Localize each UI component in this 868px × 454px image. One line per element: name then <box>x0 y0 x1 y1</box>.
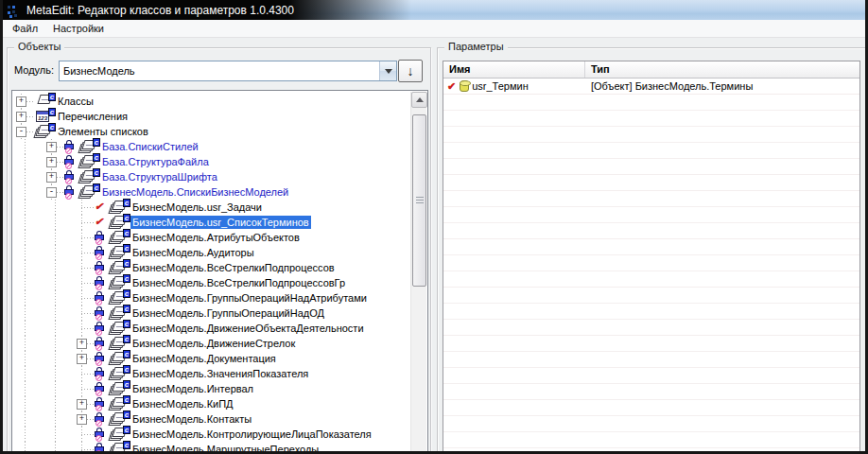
tree-item[interactable]: +123cПеречисления <box>13 109 410 124</box>
combobox-dropdown-button[interactable] <box>379 61 396 80</box>
tree-item[interactable]: +cБизнесМодель.Документация <box>13 351 410 366</box>
class-badge-icon: c <box>123 320 130 328</box>
tree-item[interactable]: cБизнесМодель.ДвижениеОбъектаДеятельност… <box>13 321 410 336</box>
down-arrow-icon: ↓ <box>408 63 414 79</box>
tree-item[interactable]: +cБаза.СтруктураШрифта <box>13 169 410 184</box>
tree-indent-guide <box>43 366 74 381</box>
list-items-icon: c <box>109 427 130 442</box>
menu-file[interactable]: Файл <box>5 21 45 36</box>
tree-item[interactable]: cБизнесМодель.ВсеСтрелкиПодпроцессов <box>13 260 410 275</box>
expand-icon[interactable]: + <box>16 112 26 122</box>
class-tree[interactable]: +cКлассы+123cПеречисления-cЭлементы спис… <box>11 90 428 454</box>
module-load-button[interactable]: ↓ <box>398 60 423 82</box>
parameters-groupbox: Параметры Имя Тип ✔usr_Термин[Объект] Би… <box>437 47 867 454</box>
menu-settings[interactable]: Настройки <box>45 21 112 36</box>
tree-item[interactable]: +cБизнесМодель.Контакты <box>13 411 410 427</box>
tree-indent-guide <box>13 230 43 245</box>
lock-protected-icon <box>95 290 109 306</box>
tree-item[interactable]: cБизнесМодель.Аудиторы <box>13 245 410 260</box>
tree-indent-guide <box>13 200 43 215</box>
collapse-icon[interactable]: - <box>16 127 26 137</box>
column-header-name[interactable]: Имя <box>443 61 585 78</box>
class-badge-icon: c <box>48 123 56 131</box>
empty-grid-row <box>443 159 859 175</box>
tree-indent-guide <box>13 381 43 396</box>
tree-item[interactable]: cБизнесМодель.АтрибутыОбъектов <box>13 230 410 245</box>
tree-item[interactable]: +cКлассы <box>13 94 410 109</box>
tree-vertical-scrollbar[interactable] <box>410 92 426 454</box>
expand-icon[interactable]: + <box>77 339 87 349</box>
class-badge-icon: c <box>123 244 130 253</box>
tree-item[interactable]: cБизнесМодель.ВсеСтрелкиПодпроцессовГр <box>13 275 410 290</box>
lock-protected-icon <box>95 381 109 396</box>
tree-item-label: БизнесМодель.СпискиБизнесМоделей <box>100 185 290 199</box>
module-combobox[interactable]: БизнесМодель <box>59 61 397 81</box>
tree-indent-guide <box>13 260 43 275</box>
tree-item[interactable]: +cБизнесМодель.КиПД <box>13 396 410 411</box>
tree-item[interactable]: cБизнесМодель.ГруппыОперацийНадАтрибутам… <box>13 290 410 306</box>
tree-item[interactable]: -cЭлементы списков <box>13 124 410 139</box>
parameter-name-cell: ✔usr_Термин <box>443 80 585 93</box>
list-items-icon: c <box>78 139 100 154</box>
lock-protected-icon <box>95 306 109 321</box>
tree-indent-guide <box>13 275 43 290</box>
column-header-type[interactable]: Тип <box>585 61 859 78</box>
expand-icon[interactable]: + <box>46 142 57 152</box>
empty-grid-row <box>443 191 859 207</box>
no-entry-icon <box>65 178 72 184</box>
lock-protected-icon <box>64 169 78 184</box>
list-items-icon: c <box>109 336 130 351</box>
expand-icon[interactable]: + <box>46 172 57 183</box>
tree-item[interactable]: +cБаза.СтруктураФайла <box>13 154 410 169</box>
expand-icon[interactable]: + <box>77 354 87 364</box>
collapse-icon[interactable]: - <box>46 187 57 198</box>
tree-item[interactable]: cБизнесМодель.КонтролирующиеЛицаПоказате… <box>13 427 410 442</box>
scroll-up-button[interactable] <box>411 92 427 108</box>
metaedit-window: MetaEdit: Редактор классов и параметров … <box>0 0 868 454</box>
list-items-icon: c <box>109 366 130 381</box>
tree-connector <box>74 245 95 260</box>
tree-item[interactable]: cБизнесМодель.ЗначенияПоказателя <box>13 366 410 381</box>
list-items-icon: c <box>109 215 130 230</box>
tree-item-label: Классы <box>56 95 95 108</box>
tree-item[interactable]: ✔cБизнесМодель.usr_СписокТерминов <box>13 215 410 230</box>
expand-icon[interactable]: + <box>77 399 87 410</box>
empty-grid-row <box>443 111 859 127</box>
tree-connector <box>74 200 95 215</box>
tree-item[interactable]: -cБизнесМодель.СпискиБизнесМоделей <box>13 184 410 200</box>
tree-item[interactable]: cБизнесМодель.Интервал <box>13 381 410 396</box>
no-entry-icon <box>95 405 102 411</box>
tree-item-label: БизнесМодель.АтрибутыОбъектов <box>130 231 302 244</box>
list-items-icon: c <box>109 306 130 321</box>
class-badge-icon: c <box>123 380 130 389</box>
lock-protected-icon <box>95 245 109 260</box>
tree-item[interactable]: cБизнесМодель.ГруппыОперацийНадОД <box>13 306 410 321</box>
tree-indent-guide <box>43 215 74 230</box>
parameter-row[interactable]: ✔usr_Термин[Объект] БизнесМодель.Термины <box>443 79 859 95</box>
expand-icon[interactable]: + <box>16 96 26 107</box>
tree-item[interactable]: ✔cБизнесМодель.usr_Задачи <box>13 200 410 215</box>
scrollbar-thumb[interactable] <box>412 114 426 287</box>
class-badge-icon: c <box>123 441 130 449</box>
tree-item[interactable]: cБизнесМодель.МаршрутныеПереходы <box>13 442 410 454</box>
tree-item-label: БизнесМодель.ВсеСтрелкиПодпроцессовГр <box>130 276 347 289</box>
expand-icon[interactable]: + <box>46 157 57 167</box>
class-badge-icon: c <box>123 214 130 222</box>
tree-indent-guide <box>13 245 43 260</box>
empty-grid-row <box>443 127 859 143</box>
no-entry-icon <box>95 253 102 260</box>
no-entry-icon <box>95 359 102 366</box>
tree-item[interactable]: +cБизнесМодель.ДвижениеСтрелок <box>13 336 410 351</box>
tree-indent-guide <box>13 321 43 336</box>
tree-connector: - <box>43 184 64 200</box>
tree-indent-guide <box>43 396 74 411</box>
expand-icon[interactable]: + <box>77 414 87 425</box>
tree-indent-guide <box>43 442 74 454</box>
tree-item-label: БизнесМодель.ЗначенияПоказателя <box>130 367 310 380</box>
tree-item[interactable]: +cБаза.СпискиСтилей <box>13 139 410 154</box>
tree-indent-guide <box>43 275 74 290</box>
tree-item-label: БизнесМодель.Интервал <box>130 382 255 395</box>
empty-grid-row <box>443 384 859 400</box>
tree-item-label: Элементы списков <box>56 125 150 138</box>
empty-grid-row <box>443 271 859 288</box>
